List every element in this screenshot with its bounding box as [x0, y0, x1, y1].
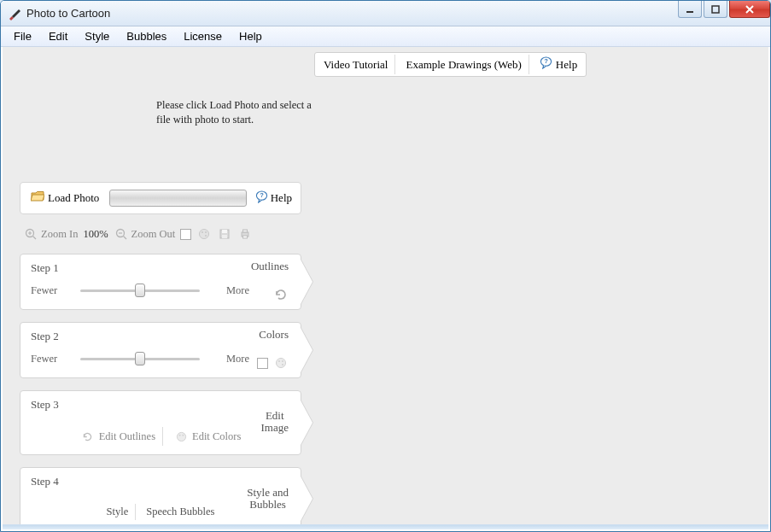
svg-point-10: [205, 231, 207, 233]
step3-right-label: Edit Image: [261, 410, 289, 435]
svg-point-19: [278, 360, 280, 362]
step2-slider[interactable]: [80, 350, 200, 367]
window-buttons: [678, 1, 770, 18]
step2-title: Step 2: [31, 330, 290, 343]
svg-point-23: [178, 434, 180, 436]
step3-panel: Step 3 Edit Image Edit Outlines: [20, 390, 301, 455]
menu-license[interactable]: License: [176, 28, 230, 44]
left-column: Load Photo ? Help: [20, 182, 301, 529]
zoom-in-label: Zoom In: [41, 228, 78, 241]
svg-rect-13: [222, 230, 227, 233]
zoom-in-button[interactable]: Zoom In: [23, 226, 78, 242]
svg-point-21: [282, 364, 283, 365]
help-bubble-icon: ?: [255, 190, 268, 207]
progress-bar: [109, 190, 246, 207]
step1-high-label: More: [212, 284, 249, 297]
zoom-row: Zoom In 100% Zoom Out: [20, 226, 301, 242]
bottom-frame-edge: [3, 524, 768, 529]
svg-rect-16: [243, 230, 248, 232]
app-window: Photo to Cartoon File Edit Style Bubbles…: [0, 0, 771, 532]
button-label: Style: [107, 506, 129, 518]
menu-help[interactable]: Help: [231, 28, 270, 44]
svg-point-8: [200, 230, 209, 239]
step1-low-label: Fewer: [31, 284, 68, 297]
minimize-button[interactable]: [678, 1, 702, 18]
menu-style[interactable]: Style: [77, 28, 117, 44]
svg-rect-1: [712, 6, 719, 13]
svg-point-20: [282, 360, 283, 362]
style-button[interactable]: Style: [100, 504, 137, 520]
step2-high-label: More: [212, 353, 249, 365]
refresh-icon: [80, 429, 96, 444]
refresh-icon[interactable]: [273, 287, 289, 302]
print-icon[interactable]: [237, 226, 253, 242]
client-area: Video Tutorial Example Drawings (Web) ? …: [1, 47, 770, 531]
maximize-button[interactable]: [704, 1, 727, 18]
button-label: Edit Colors: [192, 430, 241, 443]
magnify-minus-icon: [114, 226, 129, 242]
menubar: File Edit Style Bubbles License Help: [1, 26, 770, 47]
svg-rect-14: [222, 235, 227, 238]
button-label: Speech Bubbles: [146, 506, 214, 518]
step4-right-label: Style and Bubbles: [247, 487, 289, 512]
step1-slider[interactable]: [80, 282, 200, 299]
help-bubble-icon: ?: [540, 56, 552, 73]
svg-point-24: [182, 434, 184, 436]
magnify-plus-icon: [23, 226, 38, 242]
step1-panel: Step 1 Outlines Fewer More: [20, 254, 301, 310]
zoom-percent: 100%: [83, 228, 108, 241]
window-title: Photo to Cartoon: [26, 7, 110, 20]
step2-right-label: Colors: [259, 328, 289, 342]
step2-panel: Step 2 Colors Fewer More: [20, 322, 301, 378]
button-label: Help: [271, 191, 292, 205]
step2-checkbox[interactable]: [257, 358, 268, 369]
close-button[interactable]: [729, 1, 770, 18]
svg-text:?: ?: [260, 191, 264, 199]
step2-low-label: Fewer: [31, 353, 68, 365]
svg-rect-17: [243, 236, 248, 238]
help-link[interactable]: ? Help: [533, 55, 584, 74]
video-tutorial-link[interactable]: Video Tutorial: [317, 55, 395, 74]
example-drawings-link[interactable]: Example Drawings (Web): [399, 55, 529, 74]
link-label: Help: [556, 58, 577, 72]
zoom-checkbox[interactable]: [180, 229, 191, 240]
brush-icon: [8, 7, 21, 20]
edit-outlines-button[interactable]: Edit Outlines: [73, 427, 163, 446]
step3-title: Step 3: [31, 398, 290, 412]
load-row: Load Photo ? Help: [20, 182, 301, 214]
button-label: Load Photo: [48, 191, 99, 205]
svg-rect-0: [686, 11, 693, 13]
top-links: Video Tutorial Example Drawings (Web) ? …: [314, 52, 587, 77]
titlebar: Photo to Cartoon: [1, 1, 770, 26]
menu-edit[interactable]: Edit: [41, 28, 75, 44]
zoom-out-label: Zoom Out: [131, 228, 176, 241]
svg-point-18: [277, 359, 286, 368]
link-label: Video Tutorial: [324, 58, 388, 72]
menu-file[interactable]: File: [6, 28, 39, 44]
folder-open-icon: [31, 190, 44, 206]
link-label: Example Drawings (Web): [406, 58, 521, 72]
palette-icon[interactable]: [273, 355, 289, 371]
instruction-text: Please click Load Photo and select a fil…: [156, 98, 327, 127]
svg-point-11: [205, 235, 207, 237]
svg-point-22: [177, 432, 185, 441]
zoom-out-button[interactable]: Zoom Out: [114, 226, 176, 242]
load-photo-button[interactable]: Load Photo: [26, 189, 104, 208]
palette-icon[interactable]: [196, 226, 212, 242]
menu-bubbles[interactable]: Bubbles: [119, 28, 174, 44]
palette-icon: [173, 429, 189, 444]
load-help-button[interactable]: ? Help: [252, 189, 295, 208]
edit-colors-button[interactable]: Edit Colors: [166, 427, 248, 446]
step4-panel: Step 4 Style and Bubbles Style Speech Bu…: [20, 467, 301, 529]
step1-right-label: Outlines: [251, 260, 289, 273]
button-label: Edit Outlines: [99, 430, 155, 443]
speech-bubbles-button[interactable]: Speech Bubbles: [139, 504, 221, 520]
svg-text:?: ?: [544, 57, 548, 65]
svg-point-9: [202, 231, 203, 233]
save-icon[interactable]: [217, 226, 232, 242]
